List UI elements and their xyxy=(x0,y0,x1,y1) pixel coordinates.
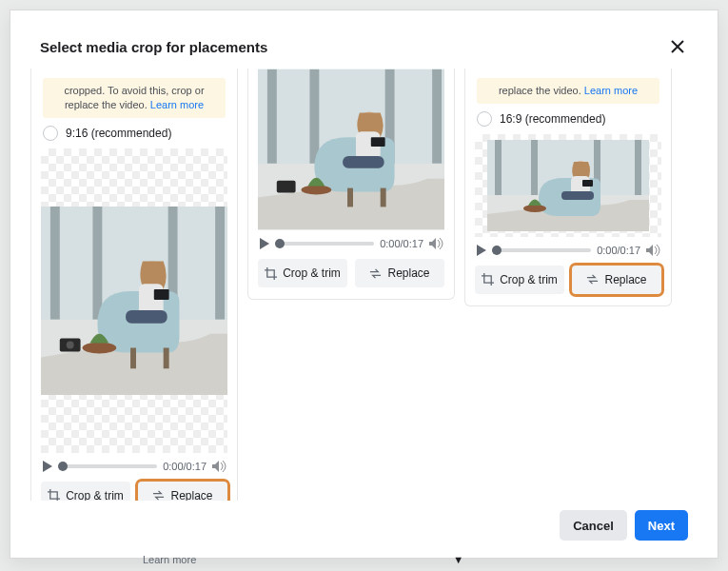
learn-more-link[interactable]: Learn more xyxy=(150,99,204,110)
svg-rect-28 xyxy=(371,137,385,147)
replace-button[interactable]: Replace xyxy=(138,482,227,501)
scrubber[interactable] xyxy=(58,464,157,468)
svg-rect-41 xyxy=(582,180,593,187)
crop-trim-button[interactable]: Crop & trim xyxy=(475,266,564,294)
crop-trim-button[interactable]: Crop & trim xyxy=(258,259,347,287)
svg-point-29 xyxy=(302,186,332,195)
svg-rect-12 xyxy=(154,289,169,300)
aspect-ratio-label: 16:9 (recommended) xyxy=(500,112,605,126)
radio-icon xyxy=(43,126,58,141)
aspect-ratio-option[interactable]: 16:9 (recommended) xyxy=(477,111,659,127)
volume-icon[interactable] xyxy=(212,461,226,472)
svg-rect-34 xyxy=(531,140,538,195)
crop-icon xyxy=(482,273,494,286)
replace-button[interactable]: Replace xyxy=(572,266,661,294)
replace-icon xyxy=(152,489,165,501)
cancel-button[interactable]: Cancel xyxy=(560,510,627,541)
aspect-ratio-option[interactable]: 9:16 (recommended) xyxy=(43,126,226,141)
crop-warning: cropped. To avoid this, crop or replace … xyxy=(43,78,226,118)
svg-rect-5 xyxy=(215,207,225,320)
placement-card-16-9: replace the video. Learn more 16:9 (reco… xyxy=(464,69,672,306)
replace-icon xyxy=(369,267,382,280)
svg-rect-23 xyxy=(347,188,353,207)
svg-rect-24 xyxy=(381,188,386,207)
video-player-controls: 0:00/0:17 xyxy=(258,238,444,249)
svg-rect-19 xyxy=(309,69,319,164)
aspect-ratio-label: 9:16 (recommended) xyxy=(66,127,171,140)
time-label: 0:00/0:17 xyxy=(163,461,207,472)
video-player-controls: 0:00/0:17 xyxy=(41,461,227,472)
play-button[interactable] xyxy=(477,245,486,256)
next-button[interactable]: Next xyxy=(635,510,688,541)
replace-icon xyxy=(586,273,599,286)
crop-trim-button[interactable]: Crop & trim xyxy=(41,482,130,501)
svg-rect-27 xyxy=(343,156,384,168)
svg-rect-2 xyxy=(50,207,60,320)
learn-more-link[interactable]: Learn more xyxy=(584,85,638,96)
svg-rect-3 xyxy=(92,207,102,320)
volume-icon[interactable] xyxy=(646,245,659,256)
time-label: 0:00/0:17 xyxy=(380,238,423,249)
play-button[interactable] xyxy=(260,238,269,249)
modal-title: Select media crop for placements xyxy=(40,39,267,55)
video-preview-16-9 xyxy=(475,134,661,237)
crop-icon xyxy=(265,267,277,280)
svg-rect-36 xyxy=(635,140,641,195)
volume-icon[interactable] xyxy=(429,238,443,249)
replace-button[interactable]: Replace xyxy=(355,259,444,287)
svg-rect-11 xyxy=(126,310,167,324)
placement-card-square: 0:00/0:17 Crop & trim Replace xyxy=(247,69,455,300)
video-player-controls: 0:00/0:17 xyxy=(475,245,661,256)
svg-point-13 xyxy=(83,342,117,353)
bg-learn-more-label: Learn more xyxy=(143,554,196,565)
radio-icon xyxy=(477,111,492,127)
svg-rect-18 xyxy=(267,69,277,164)
placement-card-9-16: cropped. To avoid this, crop or replace … xyxy=(30,69,238,501)
time-label: 0:00/0:17 xyxy=(597,245,640,256)
svg-point-15 xyxy=(67,341,74,348)
background-learn-more-strip: Learn more ▼ xyxy=(143,554,463,565)
close-button[interactable] xyxy=(667,36,688,57)
svg-rect-30 xyxy=(277,181,296,193)
crop-icon xyxy=(48,489,60,501)
svg-rect-40 xyxy=(561,191,594,200)
svg-rect-33 xyxy=(495,140,502,195)
scrubber[interactable] xyxy=(275,242,374,246)
play-button[interactable] xyxy=(43,461,52,472)
caret-down-icon: ▼ xyxy=(453,554,463,565)
crop-warning: replace the video. Learn more xyxy=(477,78,659,104)
svg-rect-8 xyxy=(164,347,169,368)
video-preview-9-16 xyxy=(41,148,227,453)
scrubber[interactable] xyxy=(492,248,591,252)
svg-rect-7 xyxy=(130,347,136,368)
svg-rect-21 xyxy=(432,69,442,164)
svg-point-42 xyxy=(523,205,546,212)
media-crop-modal: Select media crop for placements cropped… xyxy=(21,23,707,554)
video-preview-square xyxy=(258,69,444,230)
